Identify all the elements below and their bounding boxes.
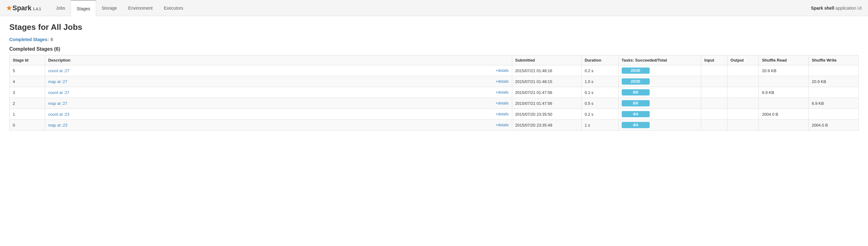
- description-link[interactable]: map at :27: [48, 101, 67, 106]
- col-shuffle-write: Shuffle Write: [809, 55, 859, 65]
- cell-output: [727, 109, 758, 120]
- cell-duration: 1.0 s: [581, 76, 618, 87]
- cell-shuffle-write: 2004.0 B: [809, 120, 859, 131]
- details-link[interactable]: +details: [496, 112, 509, 116]
- cell-input: [701, 65, 727, 76]
- cell-tasks: 8/8: [618, 87, 701, 98]
- cell-tasks: 8/8: [618, 98, 701, 109]
- cell-input: [701, 109, 727, 120]
- cell-shuffle-write: 20.9 KB: [809, 76, 859, 87]
- completed-count-section: Completed Stages: 6: [9, 37, 859, 42]
- col-shuffle-read: Shuffle Read: [759, 55, 809, 65]
- nav-stages[interactable]: Stages: [71, 0, 96, 16]
- cell-shuffle-write: [809, 65, 859, 76]
- cell-description: count at :27 +details: [45, 65, 512, 76]
- cell-stage-id: 3: [10, 87, 45, 98]
- tasks-progress-bar: 20/20: [622, 67, 650, 74]
- col-duration: Duration: [581, 55, 618, 65]
- cell-shuffle-read: [759, 76, 809, 87]
- cell-input: [701, 120, 727, 131]
- cell-tasks: 4/4: [618, 109, 701, 120]
- main-content: Stages for All Jobs Completed Stages: 6 …: [0, 16, 868, 137]
- details-link[interactable]: +details: [496, 90, 509, 95]
- completed-count-value: 6: [51, 37, 53, 42]
- cell-submitted: 2015/07/20 23:35:49: [512, 120, 581, 131]
- table-row: 5 count at :27 +details 2015/07/21 01:48…: [10, 65, 859, 76]
- cell-submitted: 2015/07/21 01:48:15: [512, 76, 581, 87]
- cell-shuffle-write: [809, 109, 859, 120]
- table-header: Stage Id Description Submitted Duration …: [10, 55, 859, 65]
- description-link[interactable]: count at :27: [48, 90, 69, 95]
- nav-environment[interactable]: Environment: [123, 0, 158, 16]
- cell-duration: 0.2 s: [581, 109, 618, 120]
- col-input: Input: [701, 55, 727, 65]
- nav-storage[interactable]: Storage: [96, 0, 123, 16]
- cell-input: [701, 87, 727, 98]
- nav-jobs[interactable]: Jobs: [51, 0, 71, 16]
- cell-tasks: 4/4: [618, 120, 701, 131]
- cell-shuffle-read: 6.9 KB: [759, 87, 809, 98]
- cell-shuffle-read: [759, 120, 809, 131]
- table-body: 5 count at :27 +details 2015/07/21 01:48…: [10, 65, 859, 131]
- tasks-progress-bar: 20/20: [622, 79, 650, 85]
- cell-description: count at :23 +details: [45, 109, 512, 120]
- cell-stage-id: 4: [10, 76, 45, 87]
- app-title-rest: application UI: [834, 6, 862, 10]
- nav-links: Jobs Stages Storage Environment Executor…: [51, 0, 811, 16]
- spark-version: 1.4.1: [33, 7, 41, 11]
- cell-duration: 1 s: [581, 120, 618, 131]
- description-link[interactable]: map at :27: [48, 79, 67, 84]
- cell-stage-id: 0: [10, 120, 45, 131]
- spark-star-icon: ★: [6, 4, 12, 12]
- description-link[interactable]: map at :23: [48, 123, 67, 127]
- tasks-progress-bar: 8/8: [622, 89, 650, 95]
- table-row: 3 count at :27 +details 2015/07/21 01:47…: [10, 87, 859, 98]
- cell-stage-id: 5: [10, 65, 45, 76]
- section-title: Completed Stages (6): [9, 47, 859, 52]
- nav-executors[interactable]: Executors: [158, 0, 189, 16]
- cell-shuffle-write: [809, 87, 859, 98]
- cell-submitted: 2015/07/21 01:47:56: [512, 87, 581, 98]
- app-title-bold: Spark shell: [811, 6, 834, 10]
- cell-input: [701, 76, 727, 87]
- navbar: ★ Spark 1.4.1 Jobs Stages Storage Enviro…: [0, 0, 868, 16]
- cell-shuffle-write: 6.9 KB: [809, 98, 859, 109]
- spark-logo-text: Spark: [12, 4, 31, 12]
- cell-duration: 0.1 s: [581, 87, 618, 98]
- cell-output: [727, 65, 758, 76]
- details-link[interactable]: +details: [496, 68, 509, 73]
- col-description: Description: [45, 55, 512, 65]
- cell-stage-id: 2: [10, 98, 45, 109]
- description-link[interactable]: count at :23: [48, 112, 69, 117]
- cell-tasks: 20/20: [618, 76, 701, 87]
- cell-output: [727, 98, 758, 109]
- cell-description: map at :23 +details: [45, 120, 512, 131]
- cell-submitted: 2015/07/21 01:48:16: [512, 65, 581, 76]
- cell-duration: 0.2 s: [581, 65, 618, 76]
- stages-table: Stage Id Description Submitted Duration …: [9, 55, 859, 131]
- table-row: 1 count at :23 +details 2015/07/20 23:35…: [10, 109, 859, 120]
- cell-submitted: 2015/07/21 01:47:56: [512, 98, 581, 109]
- cell-description: map at :27 +details: [45, 76, 512, 87]
- tasks-progress-bar: 8/8: [622, 100, 650, 106]
- tasks-progress-bar: 4/4: [622, 111, 650, 117]
- details-link[interactable]: +details: [496, 79, 509, 84]
- app-title: Spark shell application UI: [811, 6, 862, 10]
- details-link[interactable]: +details: [496, 101, 509, 105]
- cell-submitted: 2015/07/20 23:35:50: [512, 109, 581, 120]
- page-title: Stages for All Jobs: [9, 22, 859, 32]
- col-stage-id: Stage Id: [10, 55, 45, 65]
- details-link[interactable]: +details: [496, 123, 509, 127]
- cell-output: [727, 120, 758, 131]
- cell-shuffle-read: 20.9 KB: [759, 65, 809, 76]
- table-row: 4 map at :27 +details 2015/07/21 01:48:1…: [10, 76, 859, 87]
- tasks-progress-bar: 4/4: [622, 122, 650, 128]
- col-submitted: Submitted: [512, 55, 581, 65]
- table-row: 2 map at :27 +details 2015/07/21 01:47:5…: [10, 98, 859, 109]
- cell-output: [727, 76, 758, 87]
- cell-tasks: 20/20: [618, 65, 701, 76]
- description-link[interactable]: count at :27: [48, 68, 69, 73]
- table-row: 0 map at :23 +details 2015/07/20 23:35:4…: [10, 120, 859, 131]
- cell-stage-id: 1: [10, 109, 45, 120]
- completed-stages-link[interactable]: Completed Stages:: [9, 37, 49, 42]
